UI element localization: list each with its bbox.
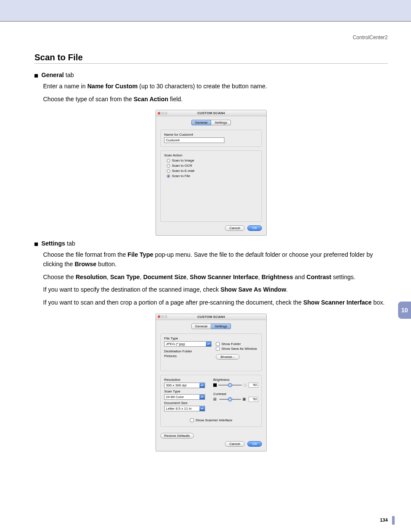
bullet-general-bold: General bbox=[41, 72, 64, 78]
paragraph-file-type: Choose the file format from the File Typ… bbox=[43, 250, 388, 269]
show-scanner-interface-checkbox[interactable]: Show Scanner Interface bbox=[164, 418, 258, 422]
show-folder-checkbox[interactable]: Show Folder bbox=[216, 342, 258, 346]
file-type-label: File Type bbox=[164, 336, 212, 340]
chevron-updown-icon: ▴▾ bbox=[199, 406, 205, 411]
square-bullet-icon bbox=[34, 243, 38, 246]
contrast-low-icon: ▤ bbox=[213, 397, 218, 401]
contrast-label: Contrast bbox=[213, 392, 258, 396]
tab-general[interactable]: General bbox=[191, 324, 211, 329]
file-type-select[interactable]: JPEG (*.jpg) ▴▾ bbox=[164, 341, 212, 347]
section-rule bbox=[34, 63, 388, 64]
chapter-tab: 10 bbox=[398, 302, 411, 319]
radio-scan-to-file[interactable]: Scan to File bbox=[167, 174, 258, 178]
radio-scan-to-ocr[interactable]: Scan to OCR bbox=[167, 164, 258, 168]
paragraph-name-for-custom: Enter a name in Name for Custom (up to 3… bbox=[43, 82, 388, 91]
scan-type-select[interactable]: 24 Bit Color▴▾ bbox=[164, 394, 205, 400]
scan-type-label: Scan Type bbox=[164, 389, 209, 393]
dialog-general: CUSTOM SCAN4 General Settings Name for C… bbox=[156, 110, 267, 236]
tab-settings[interactable]: Settings bbox=[211, 324, 231, 329]
paragraph-scanner-interface: If you want to scan and then crop a port… bbox=[43, 298, 388, 308]
bullet-settings-bold: Settings bbox=[41, 240, 65, 247]
breadcrumb: ControlCenter2 bbox=[0, 22, 411, 40]
tab-settings[interactable]: Settings bbox=[211, 120, 231, 125]
bullet-general-tab: General tab bbox=[34, 72, 388, 78]
document-size-select[interactable]: Letter 8.5 x 11 in▴▾ bbox=[164, 406, 205, 411]
cancel-button[interactable]: Cancel bbox=[225, 225, 245, 231]
dialog-settings: CUSTOM SCAN4 General Settings File Type … bbox=[156, 314, 267, 451]
square-bullet-icon bbox=[34, 74, 38, 78]
dialog-title: CUSTOM SCAN4 bbox=[156, 315, 266, 319]
resolution-select[interactable]: 300 x 300 dpi▴▾ bbox=[164, 383, 205, 388]
chevron-updown-icon: ▴▾ bbox=[199, 395, 205, 399]
radio-scan-to-image[interactable]: Scan to Image bbox=[167, 159, 258, 162]
dialog-titlebar: CUSTOM SCAN4 bbox=[156, 314, 266, 320]
destination-folder-value: Pictures bbox=[164, 354, 212, 358]
paragraph-save-as-window: If you want to specify the destination o… bbox=[43, 285, 388, 295]
section-title: Scan to File bbox=[34, 53, 388, 62]
radio-scan-to-email[interactable]: Scan to E-mail bbox=[167, 169, 258, 173]
contrast-value: 50 bbox=[249, 397, 258, 402]
bullet-settings-rest: tab bbox=[65, 240, 75, 247]
ok-button[interactable]: OK bbox=[247, 441, 262, 447]
chevron-updown-icon: ▴▾ bbox=[206, 342, 211, 346]
brightness-slider[interactable]: 50 bbox=[213, 383, 258, 388]
show-save-as-checkbox[interactable]: Show Save As Window bbox=[216, 347, 258, 351]
cancel-button[interactable]: Cancel bbox=[225, 441, 245, 447]
document-size-label: Document Size bbox=[164, 401, 209, 405]
page-number: 134 bbox=[380, 517, 388, 523]
paragraph-choose-settings: Choose the Resolution, Scan Type, Docume… bbox=[43, 273, 388, 282]
destination-folder-label: Destination Folder bbox=[164, 349, 212, 353]
bullet-general-rest: tab bbox=[64, 72, 74, 78]
brightness-dark-icon bbox=[213, 383, 217, 387]
contrast-high-icon: ▦ bbox=[243, 397, 247, 401]
scan-action-label: Scan Action bbox=[164, 153, 258, 157]
name-for-custom-input[interactable] bbox=[164, 137, 224, 143]
contrast-slider[interactable]: ▤ ▦ 50 bbox=[213, 397, 258, 402]
tab-general[interactable]: General bbox=[191, 120, 211, 125]
paragraph-scan-action: Choose the type of scan from the Scan Ac… bbox=[43, 95, 388, 104]
restore-defaults-button[interactable]: Restore Defaults bbox=[160, 433, 194, 439]
bullet-settings-tab: Settings tab bbox=[34, 240, 388, 247]
header-band bbox=[0, 0, 411, 22]
resolution-label: Resolution bbox=[164, 378, 209, 382]
brightness-value: 50 bbox=[249, 383, 258, 388]
brightness-label: Brightness bbox=[213, 378, 258, 382]
name-for-custom-label: Name for Custom4 bbox=[164, 133, 258, 137]
dialog-title: CUSTOM SCAN4 bbox=[156, 111, 266, 115]
ok-button[interactable]: OK bbox=[247, 225, 262, 231]
browse-button[interactable]: Browse... bbox=[216, 354, 240, 360]
chevron-updown-icon: ▴▾ bbox=[199, 383, 205, 388]
dialog-titlebar: CUSTOM SCAN4 bbox=[156, 110, 266, 116]
brightness-light-icon bbox=[243, 383, 247, 387]
